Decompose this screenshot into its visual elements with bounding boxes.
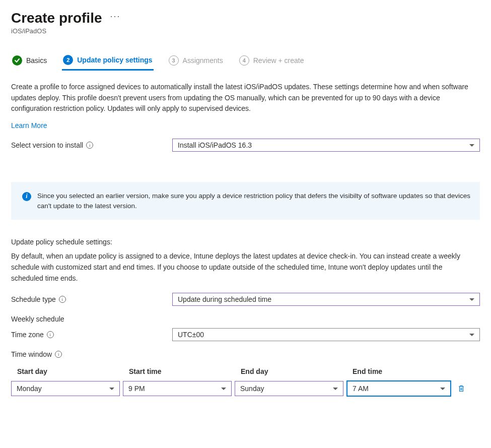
wizard-step-update-policy[interactable]: 2 Update policy settings <box>62 55 153 71</box>
version-label: Select version to install i <box>11 141 172 149</box>
delete-row-button[interactable] <box>455 382 467 395</box>
step-number-icon: 4 <box>239 55 249 66</box>
version-select-value: Install iOS/iPadOS 16.3 <box>178 141 252 149</box>
chevron-down-icon <box>469 334 474 336</box>
end-day-select[interactable]: Sunday <box>235 381 343 396</box>
timewindow-row: Monday 9 PM Sunday 7 AM <box>11 380 480 397</box>
more-actions-icon[interactable]: ··· <box>110 12 121 21</box>
weekly-schedule-label: Weekly schedule <box>11 315 480 323</box>
wizard-step-review[interactable]: 4 Review + create <box>238 55 305 70</box>
chevron-down-icon <box>221 388 226 390</box>
end-time-value: 7 AM <box>353 385 369 393</box>
step-number-icon: 3 <box>169 55 179 66</box>
header-start-day: Start day <box>17 367 129 375</box>
timewindow-label: Time window i <box>11 350 172 358</box>
start-day-value: Monday <box>17 385 42 393</box>
chevron-down-icon <box>333 388 338 390</box>
wizard-steps: Basics 2 Update policy settings 3 Assign… <box>11 55 480 71</box>
wizard-step-label: Basics <box>26 56 47 65</box>
check-icon <box>12 55 22 66</box>
timezone-label-text: Time zone <box>11 331 44 339</box>
start-time-value: 9 PM <box>128 385 145 393</box>
info-icon[interactable]: i <box>59 296 66 303</box>
info-icon[interactable]: i <box>55 351 62 358</box>
version-select[interactable]: Install iOS/iPadOS 16.3 <box>172 139 480 152</box>
policy-description: Create a profile to force assigned devic… <box>11 82 474 114</box>
chevron-down-icon <box>469 144 474 147</box>
schedule-type-label: Schedule type i <box>11 295 172 303</box>
schedule-type-label-text: Schedule type <box>11 295 56 303</box>
timewindow-header-row: Start day Start time End day End time <box>11 367 480 375</box>
schedule-type-select[interactable]: Update during scheduled time <box>172 293 480 306</box>
info-icon[interactable]: i <box>86 142 93 149</box>
header-end-day: End day <box>241 367 353 375</box>
header-end-time: End time <box>353 367 460 375</box>
info-icon[interactable]: i <box>47 331 54 338</box>
learn-more-link[interactable]: Learn More <box>11 121 47 130</box>
schedule-heading: Update policy schedule settings: <box>11 238 480 246</box>
timewindow-label-text: Time window <box>11 350 52 358</box>
wizard-step-assignments[interactable]: 3 Assignments <box>168 55 224 70</box>
page-subtitle: iOS/iPadOS <box>11 27 480 35</box>
info-icon: i <box>22 192 31 201</box>
version-label-text: Select version to install <box>11 141 83 149</box>
version-warning-box: i Since you selected an earlier version,… <box>11 182 480 220</box>
version-warning-text: Since you selected an earlier version, m… <box>37 191 471 211</box>
header-start-time: Start time <box>129 367 241 375</box>
step-number-icon: 2 <box>63 55 73 65</box>
timezone-label: Time zone i <box>11 331 172 339</box>
wizard-step-basics[interactable]: Basics <box>11 55 48 70</box>
start-day-select[interactable]: Monday <box>11 381 120 396</box>
chevron-down-icon <box>109 388 114 390</box>
trash-icon <box>457 385 465 393</box>
schedule-description: By default, when an update policy is ass… <box>11 251 474 284</box>
schedule-type-value: Update during scheduled time <box>178 295 271 303</box>
wizard-step-label: Review + create <box>253 56 304 65</box>
chevron-down-icon <box>469 298 474 301</box>
page-title: Create profile <box>11 10 102 26</box>
start-time-select[interactable]: 9 PM <box>123 381 232 396</box>
timezone-select[interactable]: UTC±00 <box>172 328 480 341</box>
wizard-step-label: Assignments <box>183 56 223 65</box>
timezone-value: UTC±00 <box>178 331 204 339</box>
chevron-down-icon <box>440 388 445 390</box>
end-time-select[interactable]: 7 AM <box>346 380 451 397</box>
wizard-step-label: Update policy settings <box>77 56 152 64</box>
end-day-value: Sunday <box>240 385 264 393</box>
